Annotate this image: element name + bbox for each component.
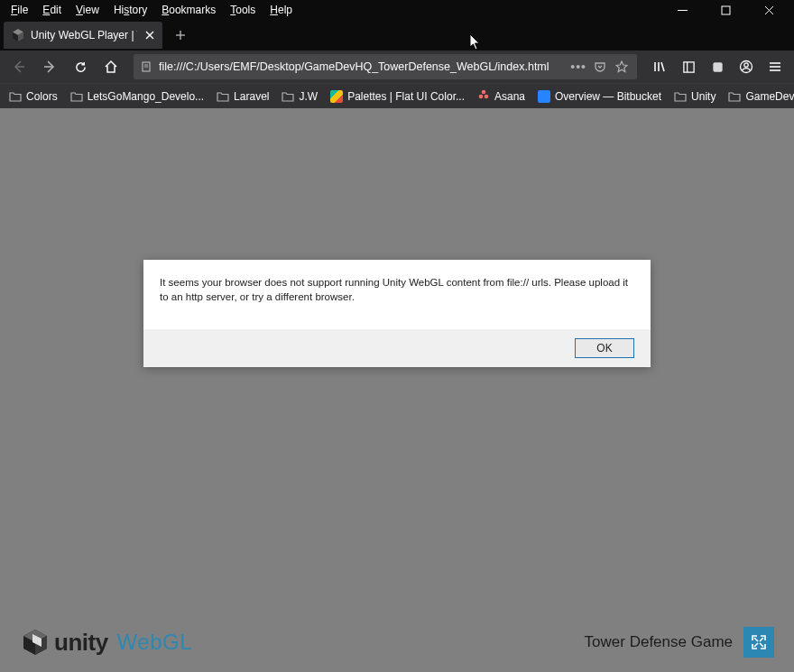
bookmark-label: GameDevHQ	[745, 90, 794, 103]
unity-logo: unity WebGL	[20, 627, 192, 658]
sidebar-button[interactable]	[675, 53, 702, 80]
home-button[interactable]	[97, 53, 125, 80]
menu-view[interactable]: View	[70, 3, 105, 17]
unity-favicon-icon	[11, 28, 25, 42]
bookmark-label: Palettes | Flat UI Color...	[347, 90, 465, 103]
unity-cube-icon	[20, 627, 51, 658]
window-maximize-button[interactable]	[706, 0, 745, 20]
bookmark-label: Overview — Bitbucket	[555, 90, 661, 103]
ok-label: OK	[596, 342, 612, 354]
maximize-icon	[721, 5, 731, 15]
bookmark-letsgomango[interactable]: LetsGoMango_Develo...	[67, 88, 208, 105]
folder-icon	[282, 91, 294, 102]
bookmark-label: LetsGoMango_Develo...	[88, 90, 204, 103]
menu-file[interactable]: File	[5, 3, 33, 17]
bookmark-star-button[interactable]	[614, 60, 630, 73]
close-icon	[764, 5, 774, 15]
bookmark-label: Asana	[494, 90, 525, 103]
dialog-button-row: OK	[143, 329, 651, 367]
webgl-wordmark: WebGL	[117, 630, 192, 655]
page-actions-menu[interactable]: •••	[570, 60, 586, 74]
sidebar-icon	[682, 60, 696, 74]
menu-history[interactable]: History	[108, 3, 152, 17]
folder-icon	[674, 91, 687, 102]
bookmark-label: J.W	[299, 90, 318, 103]
forward-button[interactable]	[36, 53, 63, 80]
svg-point-29	[485, 95, 489, 99]
extension-button[interactable]	[704, 53, 731, 80]
menu-help[interactable]: Help	[264, 3, 298, 17]
svg-point-23	[744, 63, 748, 67]
tab-title: Unity WebGL Player | Tower Def	[31, 29, 137, 41]
svg-line-18	[661, 62, 664, 71]
minimize-icon	[678, 5, 688, 15]
bookmark-laravel[interactable]: Laravel	[213, 88, 272, 105]
tab-close-button[interactable]	[143, 28, 157, 42]
unity-wordmark: unity	[54, 629, 108, 657]
page-content: unity WebGL Tower Defense Game It seems …	[0, 108, 794, 672]
svg-point-27	[482, 90, 486, 95]
pocket-icon	[594, 60, 606, 73]
bitbucket-icon	[538, 90, 550, 103]
window-close-button[interactable]	[749, 0, 789, 20]
unity-footer: unity WebGL Tower Defense Game	[0, 612, 794, 672]
bookmark-gamedevhq[interactable]: GameDevHQ	[725, 88, 794, 105]
bookmark-jw[interactable]: J.W	[278, 88, 321, 105]
tab-bar: Unity WebGL Player | Tower Def	[0, 20, 794, 51]
game-title: Tower Defense Game	[585, 633, 733, 651]
new-tab-button[interactable]	[168, 23, 193, 48]
dialog-message: It seems your browser does not support r…	[143, 260, 651, 329]
menu-bookmarks[interactable]: Bookmarks	[156, 3, 221, 17]
star-icon	[615, 60, 628, 73]
account-icon	[739, 60, 753, 74]
menu-bar: File Edit View History Bookmarks Tools H…	[0, 0, 794, 20]
bookmark-asana[interactable]: Asana	[474, 87, 529, 106]
account-button[interactable]	[733, 53, 760, 80]
svg-rect-19	[683, 61, 693, 71]
close-icon	[145, 31, 154, 40]
asana-icon	[477, 88, 490, 104]
menu-edit[interactable]: Edit	[37, 3, 67, 17]
bookmark-label: Laravel	[234, 90, 269, 103]
reader-mode-button[interactable]	[592, 60, 608, 73]
fullscreen-icon	[751, 634, 767, 650]
bookmark-label: Colors	[26, 90, 58, 103]
nav-toolbar: file:///C:/Users/EMF/Desktop/GameDevHQ_T…	[0, 51, 794, 83]
plus-icon	[175, 30, 186, 41]
svg-rect-1	[722, 6, 730, 14]
app-menu-button[interactable]	[762, 53, 789, 80]
bookmarks-toolbar: Colors LetsGoMango_Develo... Laravel J.W…	[0, 83, 794, 108]
window-minimize-button[interactable]	[662, 0, 702, 20]
palette-icon	[330, 90, 343, 103]
fullscreen-button[interactable]	[743, 627, 774, 658]
bookmark-unity[interactable]: Unity	[670, 88, 719, 105]
browser-tab[interactable]: Unity WebGL Player | Tower Def	[4, 22, 162, 49]
folder-icon	[70, 91, 83, 102]
bookmark-label: Unity	[691, 90, 716, 103]
url-text[interactable]: file:///C:/Users/EMF/Desktop/GameDevHQ_T…	[159, 60, 565, 73]
svg-point-28	[479, 95, 484, 99]
back-button[interactable]	[5, 53, 32, 80]
hamburger-icon	[768, 60, 782, 74]
error-dialog: It seems your browser does not support r…	[143, 260, 651, 367]
bookmark-bitbucket[interactable]: Overview — Bitbucket	[534, 88, 665, 105]
dialog-ok-button[interactable]: OK	[575, 338, 634, 358]
bookmark-colors[interactable]: Colors	[5, 88, 61, 105]
reload-icon	[74, 60, 88, 74]
page-info-icon[interactable]	[141, 60, 153, 73]
bookmark-palettes[interactable]: Palettes | Flat UI Color...	[327, 88, 468, 105]
folder-icon	[217, 91, 229, 102]
extension-icon	[711, 60, 725, 74]
arrow-left-icon	[12, 60, 26, 74]
home-icon	[104, 60, 118, 74]
library-icon	[652, 60, 667, 74]
library-button[interactable]	[646, 53, 673, 80]
arrow-right-icon	[42, 60, 57, 74]
reload-button[interactable]	[67, 53, 94, 80]
menu-tools[interactable]: Tools	[225, 3, 261, 17]
folder-icon	[728, 91, 741, 102]
url-bar[interactable]: file:///C:/Users/EMF/Desktop/GameDevHQ_T…	[134, 54, 637, 79]
svg-rect-21	[713, 62, 722, 71]
folder-icon	[9, 91, 22, 102]
